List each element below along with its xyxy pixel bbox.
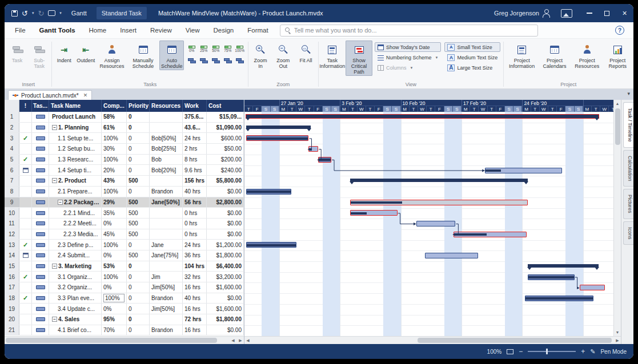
task-name-cell[interactable]: 4.1 Brief co... [49, 325, 102, 335]
completion-cell[interactable]: 20% [102, 165, 127, 175]
work-cell[interactable]: 16 hrs [183, 304, 207, 314]
scroll-left-icon[interactable]: ◀ [244, 337, 251, 343]
cost-cell[interactable]: $1,200.00 [207, 240, 244, 250]
resources-cell[interactable]: Jane[50%] [150, 197, 183, 208]
show-critical-path-button[interactable]: Show Critical Path [346, 41, 372, 76]
side-tab-calculation[interactable]: Calculation [623, 150, 633, 187]
percent-complete-button[interactable]: 50% [210, 45, 221, 54]
collapse-icon[interactable]: − [52, 178, 57, 183]
priority-cell[interactable]: 0 [127, 133, 150, 143]
table-horizontal-scrollbar[interactable]: ◀ ▶ [5, 336, 244, 344]
scroll-down-icon[interactable]: ▼ [614, 329, 621, 336]
gantt-task-bar[interactable] [246, 189, 291, 195]
gantt-task-bar[interactable] [454, 232, 527, 237]
task-type-cell[interactable] [32, 314, 49, 325]
chart-vertical-scrollbar[interactable]: ▲ ▼ [613, 100, 621, 336]
task-name-cell[interactable]: 2.3 Define p... [49, 240, 102, 250]
cost-cell[interactable]: $3,200.00 [207, 272, 244, 282]
text-size-large-text-size[interactable]: ALarge Text Size [444, 63, 500, 72]
task-type-cell[interactable] [32, 219, 49, 229]
task-name-cell[interactable]: 2.1 Prepare... [49, 187, 102, 197]
indicator-cell[interactable]: ✓ [19, 293, 32, 304]
priority-cell[interactable]: 0 [127, 282, 150, 293]
column-header-pri[interactable]: Priority [127, 100, 150, 112]
cost-cell[interactable]: $0.00 [207, 187, 244, 197]
task-name-cell[interactable]: 2.4 Submit... [49, 250, 102, 261]
percent-complete-button[interactable]: 25% [198, 45, 209, 54]
collapse-icon[interactable]: − [52, 125, 57, 130]
table-row[interactable]: 142.4 Submit...0%500Jane[75%]36 hrs$1,80… [5, 250, 244, 261]
completion-cell[interactable]: 35% [102, 208, 127, 218]
text-size-medium-text-size[interactable]: AMedium Text Size [444, 52, 500, 62]
scrollbar-thumb[interactable] [615, 108, 620, 145]
priority-cell[interactable]: 0 [127, 304, 150, 314]
work-cell[interactable]: 36 hrs [183, 250, 207, 261]
task-type-cell[interactable] [32, 293, 49, 304]
view-option-show-today-s-date[interactable]: Show Today's Date [375, 42, 442, 52]
table-row[interactable]: 82.1 Prepare...100%0Brandon40 hrs$0.00 [5, 187, 244, 197]
scroll-left-icon[interactable]: ◀ [230, 337, 236, 343]
work-cell[interactable]: 2 hrs [183, 144, 207, 154]
menu-tab-design[interactable]: Design [206, 23, 240, 37]
percent-complete-button[interactable]: 100% [234, 45, 245, 54]
completion-cell[interactable]: 43% [102, 176, 127, 186]
zoom-out-button[interactable]: − [519, 348, 523, 355]
cost-cell[interactable]: $5,800.00 [207, 176, 244, 186]
indicator-cell[interactable] [19, 176, 32, 186]
indicator-cell[interactable]: ✓ [19, 155, 32, 165]
task-type-cell[interactable] [32, 187, 49, 197]
resources-cell[interactable] [150, 219, 183, 229]
work-cell[interactable]: 0 hrs [183, 208, 207, 218]
cost-cell[interactable]: $240.00 [207, 165, 244, 175]
completion-cell[interactable]: 100% [102, 187, 127, 197]
task-name-cell[interactable]: 3.2 Organiz... [49, 282, 102, 293]
task-name-cell[interactable]: −2. Product [49, 176, 102, 186]
indicator-cell[interactable] [19, 112, 32, 122]
resources-cell[interactable]: Brandon [150, 325, 183, 335]
resources-cell[interactable]: Bob[25%] [150, 144, 183, 154]
show-links-button[interactable] [234, 56, 245, 66]
indicator-cell[interactable] [19, 261, 32, 272]
qat-customize-icon[interactable]: ▾ [59, 11, 62, 15]
task-type-cell[interactable] [32, 272, 49, 282]
scroll-right-icon[interactable]: ▶ [614, 337, 621, 343]
indicator-cell[interactable]: ✓ [19, 240, 32, 250]
save-icon[interactable] [11, 10, 18, 17]
text-size-small-text-size[interactable]: ASmall Text Size [444, 42, 500, 52]
table-row[interactable]: 1Product Launch58%0375.6...$15,09... [5, 112, 244, 123]
editing-cell[interactable]: 100% [103, 294, 125, 302]
work-cell[interactable]: 16 hrs [183, 282, 207, 293]
task-type-cell[interactable] [32, 261, 49, 272]
completion-cell[interactable]: 95% [102, 314, 127, 325]
pen-mode-label[interactable]: Pen Mode [600, 349, 627, 355]
gantt-task-bar[interactable] [580, 285, 605, 290]
resources-cell[interactable]: Bob [150, 155, 183, 165]
minimize-button[interactable] [580, 4, 598, 22]
gantt-task-bar[interactable] [308, 146, 318, 152]
zoom-in-button[interactable]: + Zoom In [250, 41, 271, 70]
work-cell[interactable]: 375.6... [183, 112, 207, 122]
task-type-cell[interactable] [32, 155, 49, 165]
work-cell[interactable]: 40 hrs [183, 293, 207, 304]
close-button[interactable]: × [616, 4, 633, 22]
undo-icon[interactable]: ↺ [22, 10, 28, 17]
resources-cell[interactable] [150, 314, 183, 325]
undo-dropdown-icon[interactable]: ▾ [32, 11, 34, 15]
task-type-cell[interactable] [32, 176, 49, 186]
cost-cell[interactable]: $200.00 [207, 155, 244, 165]
priority-cell[interactable]: 0 [127, 261, 150, 272]
menu-tab-gantt-tools[interactable]: Gantt Tools [33, 23, 82, 37]
table-row[interactable]: 3✓1.1 Setup te...100%0Bob[50%]24 hrs$600… [5, 133, 244, 144]
indicator-cell[interactable] [19, 197, 32, 208]
task-name-cell[interactable]: 2.2.3 Media... [49, 229, 102, 240]
menu-tab-home[interactable]: Home [82, 23, 114, 37]
task-button[interactable]: Task [7, 41, 27, 64]
gantt-task-bar[interactable] [528, 274, 575, 280]
gantt-task-bar[interactable] [416, 221, 455, 227]
cost-cell[interactable]: $0.00 [207, 325, 244, 335]
maximize-button[interactable] [598, 4, 616, 22]
resources-cell[interactable] [150, 112, 183, 122]
completion-cell[interactable]: 0% [102, 219, 127, 229]
priority-cell[interactable]: 500 [127, 176, 150, 186]
side-tab-pictures[interactable]: Pictures [623, 189, 633, 219]
